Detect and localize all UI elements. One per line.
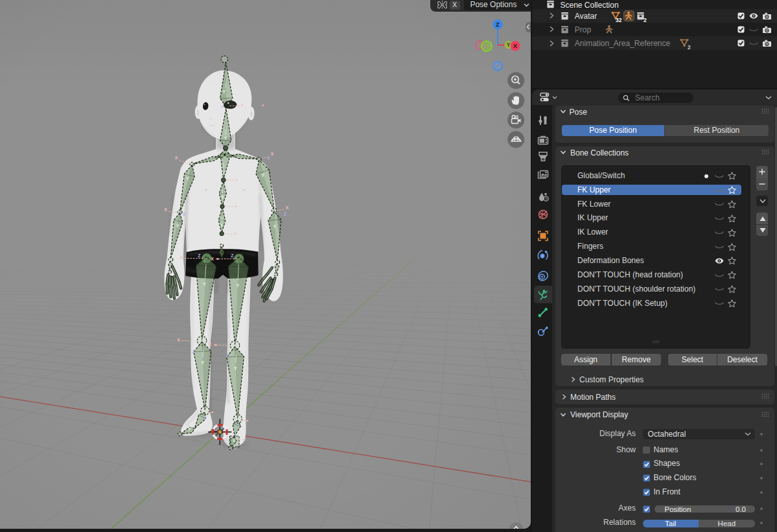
svg-text:X: X xyxy=(513,42,518,49)
svg-text:Y: Y xyxy=(507,41,511,48)
svg-text:Z: Z xyxy=(496,21,500,28)
